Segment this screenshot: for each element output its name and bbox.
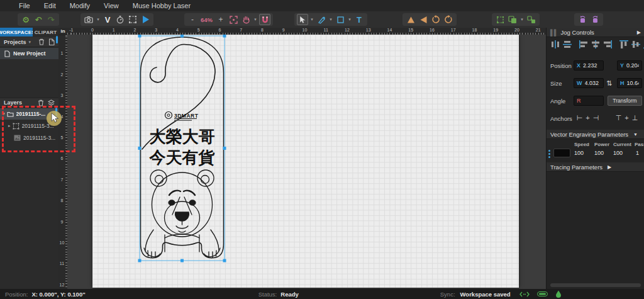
tab-clipart[interactable]: CLIPART: [33, 28, 58, 37]
position-y-field[interactable]: Y: [617, 60, 642, 71]
projects-dropdown-icon[interactable]: ▾: [29, 40, 31, 45]
menu-view[interactable]: View: [104, 2, 119, 9]
align-top-icon[interactable]: [619, 40, 629, 49]
h-ruler-number: 8: [258, 28, 267, 32]
copy-rotate-right-icon[interactable]: [589, 14, 601, 25]
layer-item-group[interactable]: ▸ 20191115-3...: [0, 120, 58, 132]
text-tool-icon[interactable]: T: [353, 14, 365, 25]
jog-controls-header[interactable]: ▌▌ Jog Controls ▶: [547, 28, 644, 37]
layers-scrollbar[interactable]: [55, 108, 57, 118]
flip-horizontal-icon[interactable]: [418, 14, 429, 25]
layer-expand-icon[interactable]: ▾: [3, 111, 5, 116]
logo-text: 3DMART: [174, 113, 199, 119]
copy-rotate-left-icon[interactable]: [577, 14, 588, 25]
project-item-new-project[interactable]: New Project: [0, 48, 58, 59]
size-w-field[interactable]: W: [574, 78, 604, 88]
position-y-input[interactable]: [626, 62, 639, 69]
anchor-right-icon[interactable]: ⊣: [592, 114, 600, 122]
menu-muse-hobby-laser[interactable]: Muse Hobby Laser: [133, 2, 191, 9]
select-area-green-icon[interactable]: [494, 14, 506, 25]
distribute-horizontal-icon[interactable]: [550, 40, 560, 49]
anchor-bottom-icon[interactable]: ⊥: [631, 114, 639, 122]
redo-icon[interactable]: ↷: [45, 14, 57, 25]
rotate-cw-icon[interactable]: [443, 14, 454, 25]
position-x-input[interactable]: [583, 62, 601, 69]
jog-expand-icon[interactable]: ▶: [637, 30, 641, 35]
tracing-params-expand-icon[interactable]: ▶: [608, 164, 611, 170]
anchor-center-icon[interactable]: +: [584, 114, 592, 122]
layer-item-image[interactable]: 20191115-3...: [0, 132, 58, 144]
undo-icon[interactable]: ↶: [33, 14, 44, 25]
v-ruler-number: 4: [59, 115, 65, 119]
zoom-fit-icon[interactable]: [228, 14, 239, 25]
align-center-horizontal-icon[interactable]: [591, 40, 601, 49]
merge-layers-icon[interactable]: [48, 99, 55, 106]
size-w-input[interactable]: [585, 80, 601, 86]
h-ruler-number: 0: [88, 28, 97, 32]
group-dropdown-icon[interactable]: ▾: [519, 17, 525, 22]
lock-aspect-swap-icon[interactable]: ⇅: [606, 79, 612, 87]
start-job-play-icon[interactable]: [140, 14, 151, 25]
projects-scrollbar[interactable]: [56, 36, 58, 43]
settings-gear-icon[interactable]: ⚙: [20, 14, 31, 25]
flip-vertical-icon[interactable]: [405, 14, 416, 25]
zoom-in-button[interactable]: +: [215, 14, 226, 25]
pen-tool-dropdown-icon[interactable]: ▾: [328, 17, 333, 22]
param-passes-value[interactable]: 1: [636, 150, 639, 156]
zoom-out-button[interactable]: -: [187, 14, 198, 25]
toolbar-group-job: ▾ V: [80, 13, 153, 26]
angle-r-input[interactable]: [584, 98, 601, 104]
rotate-ccw-icon[interactable]: [430, 14, 441, 25]
angle-r-field[interactable]: R: [574, 96, 604, 106]
select-tool-dropdown-icon[interactable]: ▾: [309, 17, 314, 22]
perimeter-frame-icon[interactable]: [127, 14, 138, 25]
distribute-vertical-icon[interactable]: [562, 40, 572, 49]
layer-expand-icon[interactable]: ▸: [8, 123, 11, 128]
pan-dropdown-icon[interactable]: ▾: [253, 17, 258, 22]
horizontal-ruler: -10123456789101112131415161718192021: [67, 28, 546, 35]
menu-file[interactable]: File: [19, 2, 30, 9]
delete-project-trash-icon[interactable]: [38, 38, 45, 45]
camera-icon[interactable]: [83, 14, 94, 25]
menu-modify[interactable]: Modify: [70, 2, 90, 9]
snap-magnet-icon[interactable]: [259, 14, 270, 25]
param-current-value[interactable]: 100: [613, 150, 623, 156]
menu-edit[interactable]: Edit: [44, 2, 56, 9]
param-color-swatch[interactable]: [553, 149, 570, 157]
pan-hand-icon[interactable]: [240, 14, 252, 25]
vector-params-header[interactable]: Vector Engraving Parameters ▼: [547, 130, 644, 139]
vector-params-collapse-icon[interactable]: ▼: [633, 132, 638, 137]
design-object-door-hanger[interactable]: 3DMART 大榮大哥 今天有貨: [137, 33, 227, 263]
pen-tool-icon[interactable]: [316, 14, 327, 25]
zoom-level-value[interactable]: 64%: [199, 14, 214, 25]
shape-tool-icon[interactable]: [335, 14, 346, 25]
tab-workspaces[interactable]: WORKSPACES: [0, 28, 33, 37]
new-project-icon[interactable]: [48, 38, 55, 45]
run-time-icon[interactable]: [114, 14, 126, 25]
panel-horizontal-scrollbar[interactable]: [550, 283, 641, 287]
vector-mode-button[interactable]: V: [102, 14, 113, 25]
align-middle-icon[interactable]: [631, 40, 641, 49]
param-power-value[interactable]: 100: [594, 150, 604, 156]
anchor-top-icon[interactable]: ⊤: [614, 114, 623, 122]
size-h-field[interactable]: H: [617, 78, 642, 88]
group-icon[interactable]: [507, 14, 518, 25]
anchor-left-icon[interactable]: ⊢: [575, 114, 584, 122]
anchor-middle-icon[interactable]: +: [623, 114, 631, 122]
toolbar-group-arrange: ▾: [492, 13, 540, 26]
param-speed-value[interactable]: 100: [574, 150, 584, 156]
align-right-icon[interactable]: [602, 40, 613, 49]
layer-item-folder[interactable]: ▾ 20191115-...: [0, 108, 58, 120]
delete-layer-trash-icon[interactable]: [38, 99, 44, 106]
transform-button[interactable]: Transform: [608, 96, 642, 106]
select-tool-icon[interactable]: [297, 14, 308, 25]
camera-dropdown-icon[interactable]: ▾: [96, 17, 101, 22]
size-h-input[interactable]: [627, 80, 640, 86]
align-left-icon[interactable]: [579, 40, 589, 49]
canvas-area[interactable]: 3DMART 大榮大哥 今天有貨: [67, 35, 546, 289]
shape-tool-dropdown-icon[interactable]: ▾: [347, 17, 352, 22]
param-row-drag-handle[interactable]: [548, 150, 551, 158]
ungroup-icon[interactable]: [526, 14, 537, 25]
position-x-field[interactable]: X: [574, 60, 604, 71]
tracing-params-header[interactable]: Tracing Parameters ▶: [547, 162, 644, 172]
